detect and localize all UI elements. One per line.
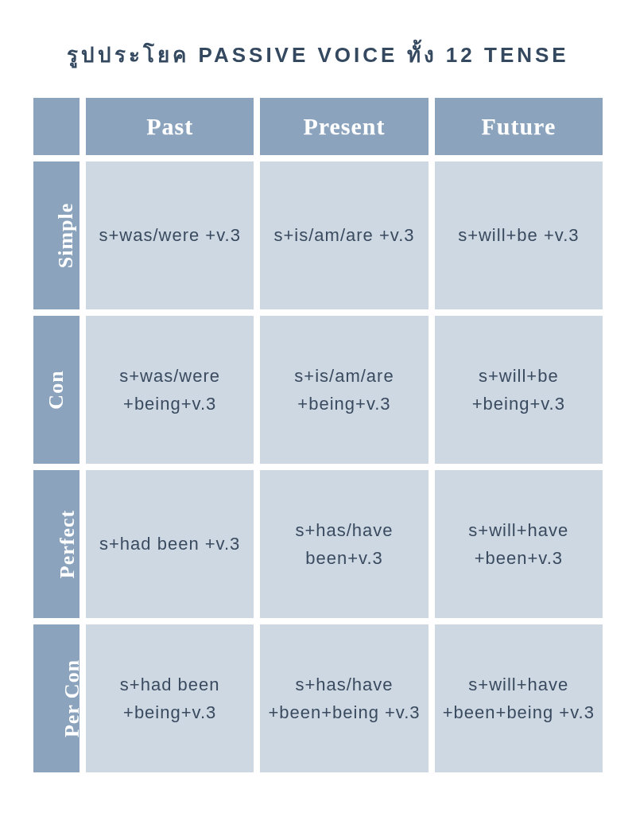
cell-percon-future: s+will+have +been+being +v.3: [435, 624, 603, 772]
cell-con-future: s+will+be +being+v.3: [435, 316, 603, 464]
cell-simple-past: s+was/were +v.3: [86, 161, 254, 309]
row-head-con: Con: [33, 316, 80, 464]
tense-table-wrap: Past Present Future Simple s+was/were +v…: [27, 91, 609, 779]
row-head-simple: Simple: [33, 161, 80, 309]
cell-con-present: s+is/am/are +being+v.3: [260, 316, 428, 464]
row-head-percon: Per Con: [33, 624, 80, 772]
table-row: Con s+was/were +being+v.3 s+is/am/are +b…: [33, 316, 603, 464]
tense-table: Past Present Future Simple s+was/were +v…: [27, 91, 609, 779]
col-head-present: Present: [260, 98, 428, 155]
row-head-label: Perfect: [56, 510, 80, 578]
cell-perfect-past: s+had been +v.3: [86, 470, 254, 618]
col-head-past: Past: [86, 98, 254, 155]
cell-con-past: s+was/were +being+v.3: [86, 316, 254, 464]
col-head-future: Future: [435, 98, 603, 155]
cell-perfect-future: s+will+have +been+v.3: [435, 470, 603, 618]
cell-simple-future: s+will+be +v.3: [435, 161, 603, 309]
cell-simple-present: s+is/am/are +v.3: [260, 161, 428, 309]
table-row: Perfect s+had been +v.3 s+has/have been+…: [33, 470, 603, 618]
table-row: Simple s+was/were +v.3 s+is/am/are +v.3 …: [33, 161, 603, 309]
page-title: รูปประโยค PASSIVE VOICE ทั้ง 12 TENSE: [0, 0, 636, 84]
row-head-label: Con: [45, 370, 68, 409]
cell-percon-present: s+has/have +been+being +v.3: [260, 624, 428, 772]
row-head-perfect: Perfect: [33, 470, 80, 618]
row-head-label: Per Con: [60, 659, 84, 737]
table-row: Per Con s+had been +being+v.3 s+has/have…: [33, 624, 603, 772]
table-corner: [33, 98, 80, 155]
cell-percon-past: s+had been +being+v.3: [86, 624, 254, 772]
cell-perfect-present: s+has/have been+v.3: [260, 470, 428, 618]
row-head-label: Simple: [54, 203, 78, 269]
